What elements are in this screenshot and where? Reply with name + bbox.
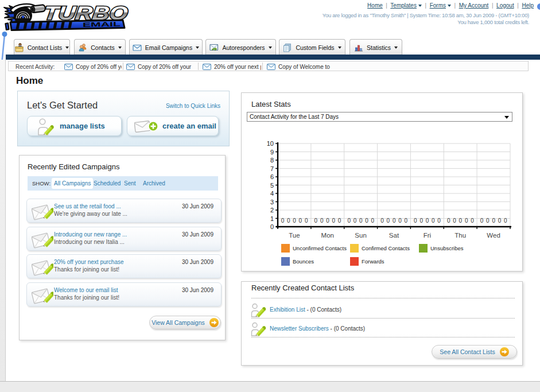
- svg-text:0: 0: [419, 218, 423, 224]
- svg-text:7: 7: [270, 165, 274, 172]
- svg-text:0: 0: [480, 218, 484, 224]
- svg-text:4: 4: [270, 190, 274, 197]
- svg-text:5: 5: [270, 182, 274, 189]
- svg-text:0: 0: [380, 218, 384, 224]
- svg-text:0: 0: [459, 218, 463, 224]
- svg-text:0: 0: [326, 218, 329, 224]
- svg-text:EMAIL: EMAIL: [83, 21, 121, 28]
- svg-text:0: 0: [314, 218, 318, 224]
- svg-text:0: 0: [426, 218, 429, 224]
- svg-text:Sun: Sun: [355, 232, 366, 239]
- svg-text:0: 0: [332, 218, 336, 224]
- svg-text:0: 0: [453, 218, 456, 224]
- svg-text:0: 0: [305, 218, 308, 224]
- svg-text:0: 0: [486, 218, 490, 224]
- svg-text:Tue: Tue: [289, 232, 300, 239]
- svg-text:0: 0: [359, 218, 363, 224]
- svg-text:0: 0: [293, 218, 296, 224]
- svg-text:0: 0: [365, 218, 368, 224]
- svg-text:0: 0: [471, 218, 474, 224]
- svg-text:3: 3: [270, 199, 274, 205]
- svg-text:9: 9: [270, 149, 274, 156]
- svg-text:0: 0: [498, 218, 502, 224]
- svg-text:0: 0: [320, 218, 324, 224]
- svg-text:1: 1: [270, 215, 274, 222]
- svg-text:0: 0: [447, 218, 450, 224]
- svg-text:0: 0: [393, 218, 396, 224]
- svg-text:0: 0: [371, 218, 375, 224]
- svg-text:0: 0: [414, 218, 417, 224]
- svg-text:0: 0: [347, 218, 351, 224]
- svg-text:0: 0: [270, 223, 274, 230]
- svg-text:Mon: Mon: [321, 232, 334, 239]
- svg-text:0: 0: [504, 218, 507, 224]
- svg-text:10: 10: [267, 140, 274, 147]
- svg-text:0: 0: [465, 218, 468, 224]
- svg-text:0: 0: [299, 218, 302, 224]
- svg-text:0: 0: [398, 218, 402, 224]
- svg-text:0: 0: [353, 218, 357, 224]
- svg-text:2: 2: [270, 207, 274, 214]
- svg-text:Sat: Sat: [389, 232, 399, 239]
- svg-text:0: 0: [492, 218, 495, 224]
- svg-text:0: 0: [281, 218, 285, 224]
- svg-text:0: 0: [338, 218, 341, 224]
- svg-text:0: 0: [432, 218, 435, 224]
- svg-text:6: 6: [270, 173, 274, 180]
- svg-text:Fri: Fri: [424, 232, 431, 239]
- svg-text:8: 8: [270, 157, 274, 164]
- svg-text:0: 0: [387, 218, 390, 224]
- svg-text:Thu: Thu: [454, 232, 466, 239]
- svg-text:Wed: Wed: [487, 232, 500, 239]
- svg-text:0: 0: [437, 218, 441, 224]
- svg-text:0: 0: [405, 218, 408, 224]
- svg-text:0: 0: [287, 218, 290, 224]
